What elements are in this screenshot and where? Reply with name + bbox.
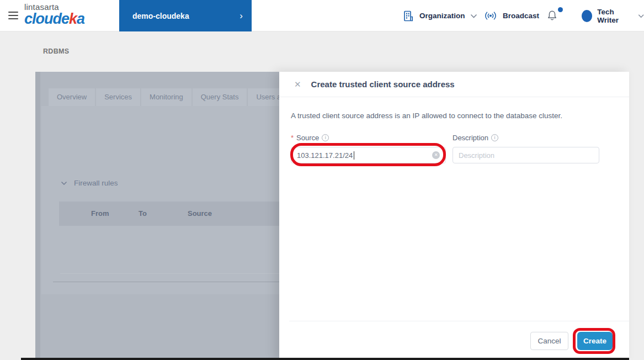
description-field-group: Description i bbox=[453, 134, 599, 163]
text-cursor bbox=[354, 151, 354, 160]
logo-cloudeka-text: cloudeka bbox=[24, 12, 84, 27]
column-header-to: To bbox=[139, 209, 147, 218]
organization-dropdown[interactable]: Organization bbox=[402, 0, 477, 31]
drawer-description-text: A trusted client source address is an IP… bbox=[291, 112, 618, 120]
info-icon[interactable]: i bbox=[322, 134, 329, 141]
user-name-label: Tech Writer bbox=[597, 8, 632, 24]
broadcast-button[interactable]: Broadcast bbox=[483, 0, 539, 31]
create-trusted-source-drawer: ✕ Create trusted client source address A… bbox=[279, 72, 629, 360]
description-input[interactable] bbox=[453, 147, 599, 163]
page: lintasarta cloudeka demo-cloudeka › Orga… bbox=[0, 0, 644, 360]
chevron-down-icon bbox=[61, 181, 67, 186]
description-label-text: Description bbox=[453, 134, 488, 142]
organization-building-icon bbox=[402, 10, 414, 22]
tab-query-stats[interactable]: Query Stats bbox=[193, 88, 247, 106]
project-name-label: demo-cloudeka bbox=[132, 12, 189, 20]
source-field-label: * Source i bbox=[291, 134, 446, 142]
chevron-down-icon bbox=[638, 14, 644, 18]
project-selector-button[interactable]: demo-cloudeka › bbox=[119, 0, 252, 31]
firewall-rules-title: Firewall rules bbox=[74, 179, 118, 187]
user-menu[interactable]: Tech Writer bbox=[582, 0, 644, 31]
window-bottom-edge bbox=[21, 358, 629, 360]
hamburger-menu-icon[interactable] bbox=[8, 12, 18, 19]
page-title-rdbms: RDBMS bbox=[43, 47, 69, 55]
column-header-source: Source bbox=[188, 209, 212, 218]
footer-divider bbox=[289, 321, 629, 321]
organization-label: Organization bbox=[419, 12, 465, 20]
top-header: lintasarta cloudeka demo-cloudeka › Orga… bbox=[0, 0, 644, 31]
bell-icon bbox=[546, 10, 558, 22]
cloudeka-logo[interactable]: lintasarta cloudeka bbox=[24, 3, 84, 27]
notification-badge-dot bbox=[558, 7, 563, 12]
info-icon[interactable]: i bbox=[491, 134, 498, 141]
source-input[interactable]: 103.121.17.21/24 ✕ bbox=[291, 147, 446, 163]
tab-services[interactable]: Services bbox=[96, 88, 140, 106]
notifications-button[interactable] bbox=[546, 10, 563, 23]
description-field-label: Description i bbox=[453, 134, 599, 142]
form-row: * Source i 103.121.17.21/24 ✕ Descriptio… bbox=[291, 134, 618, 163]
tab-monitoring[interactable]: Monitoring bbox=[141, 88, 191, 106]
firewall-rules-collapse-header[interactable]: Firewall rules bbox=[61, 179, 118, 187]
panel-left-edge bbox=[35, 72, 40, 360]
drawer-footer: Cancel Create bbox=[530, 332, 613, 350]
user-avatar bbox=[582, 10, 592, 22]
clear-input-icon[interactable]: ✕ bbox=[432, 151, 440, 159]
column-header-from: From bbox=[91, 209, 109, 218]
source-input-value: 103.121.17.21/24 bbox=[297, 151, 353, 160]
drawer-title: Create trusted client source address bbox=[311, 80, 455, 89]
chevron-right-icon: › bbox=[239, 11, 243, 20]
source-label-text: Source bbox=[296, 134, 319, 142]
create-button[interactable]: Create bbox=[577, 332, 613, 350]
drawer-body: A trusted client source address is an IP… bbox=[279, 97, 629, 163]
tab-overview[interactable]: Overview bbox=[49, 88, 95, 106]
broadcast-label: Broadcast bbox=[503, 12, 539, 20]
broadcast-icon bbox=[483, 11, 498, 20]
required-asterisk: * bbox=[291, 134, 294, 142]
logo-lintasarta-text: lintasarta bbox=[24, 3, 84, 11]
source-field-group: * Source i 103.121.17.21/24 ✕ bbox=[291, 134, 446, 163]
cancel-button[interactable]: Cancel bbox=[530, 332, 568, 350]
drawer-header: ✕ Create trusted client source address bbox=[279, 72, 629, 97]
chevron-down-icon bbox=[470, 14, 477, 18]
close-icon[interactable]: ✕ bbox=[294, 80, 301, 88]
